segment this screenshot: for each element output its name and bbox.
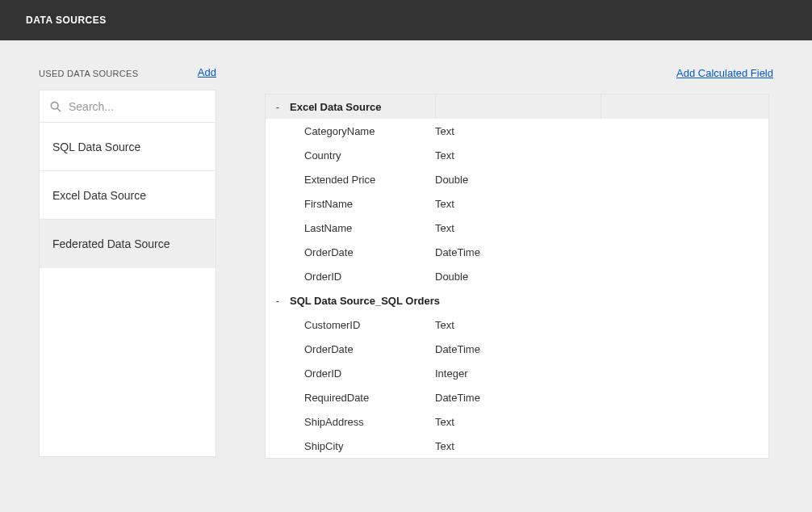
field-row[interactable]: OrderDate DateTime bbox=[266, 337, 768, 361]
field-name: CategoryName bbox=[266, 125, 435, 137]
field-row[interactable]: CustomerID Text bbox=[266, 313, 768, 337]
sidebar-panel: SQL Data Source Excel Data Source Federa… bbox=[39, 90, 216, 457]
add-data-source-link[interactable]: Add bbox=[198, 66, 216, 78]
main-toolbar: Add Calculated Field bbox=[265, 66, 773, 79]
search-row bbox=[40, 90, 216, 123]
field-name: OrderID bbox=[266, 271, 435, 283]
field-name: Extended Price bbox=[266, 174, 435, 186]
app-header: DATA SOURCES bbox=[0, 0, 812, 40]
field-group-header: - Excel Data Source bbox=[266, 94, 768, 119]
collapse-toggle[interactable]: - bbox=[266, 101, 290, 113]
field-type: Text bbox=[435, 198, 601, 210]
field-type: Text bbox=[435, 416, 601, 428]
sidebar-item-federated-data-source[interactable]: Federated Data Source bbox=[40, 220, 216, 268]
sidebar-item-sql-data-source[interactable]: SQL Data Source bbox=[40, 123, 216, 171]
field-row[interactable]: RequiredDate DateTime bbox=[266, 385, 768, 409]
field-name: Country bbox=[266, 149, 435, 162]
field-type: Double bbox=[435, 271, 601, 283]
field-type: Text bbox=[435, 125, 601, 137]
field-row[interactable]: OrderID Double bbox=[266, 264, 768, 288]
field-name: RequiredDate bbox=[266, 392, 435, 404]
sidebar-item-label: Federated Data Source bbox=[52, 237, 170, 250]
svg-point-0 bbox=[51, 102, 58, 109]
collapse-toggle[interactable]: - bbox=[266, 295, 290, 307]
field-name: OrderDate bbox=[266, 246, 435, 258]
sidebar: USED DATA SOURCES Add SQL Data Source Ex… bbox=[39, 66, 216, 459]
sidebar-item-label: SQL Data Source bbox=[52, 141, 140, 153]
field-row[interactable]: OrderDate DateTime bbox=[266, 240, 768, 264]
field-row[interactable]: CategoryName Text bbox=[266, 119, 768, 143]
main-area: Add Calculated Field - Excel Data Source… bbox=[265, 66, 773, 459]
field-type: Text bbox=[435, 319, 601, 331]
field-type: DateTime bbox=[435, 392, 601, 404]
field-row[interactable]: ShipAddress Text bbox=[266, 409, 768, 434]
search-icon bbox=[49, 100, 62, 113]
field-type: Integer bbox=[435, 367, 601, 380]
field-type: DateTime bbox=[435, 343, 601, 355]
field-row[interactable]: OrderID Integer bbox=[266, 361, 768, 385]
field-name: ShipAddress bbox=[266, 416, 435, 428]
field-name: OrderDate bbox=[266, 343, 435, 355]
field-name: LastName bbox=[266, 222, 435, 234]
field-type: Text bbox=[435, 222, 601, 234]
group-header-spacer bbox=[601, 94, 768, 119]
field-type: Text bbox=[435, 149, 601, 162]
sidebar-title: USED DATA SOURCES bbox=[39, 69, 138, 78]
field-row[interactable]: Extended Price Double bbox=[266, 167, 768, 191]
field-type: Double bbox=[435, 174, 601, 186]
field-group-label: Excel Data Source bbox=[290, 101, 435, 113]
field-row[interactable]: Country Text bbox=[266, 143, 768, 167]
field-row[interactable]: ShipCity Text bbox=[266, 434, 768, 458]
field-name: OrderID bbox=[266, 367, 435, 380]
add-calculated-field-link[interactable]: Add Calculated Field bbox=[676, 67, 773, 79]
field-type: Text bbox=[435, 440, 601, 452]
content-area: USED DATA SOURCES Add SQL Data Source Ex… bbox=[0, 40, 812, 486]
field-row[interactable]: LastName Text bbox=[266, 216, 768, 240]
page-title: DATA SOURCES bbox=[26, 15, 107, 26]
field-name: CustomerID bbox=[266, 319, 435, 331]
svg-line-1 bbox=[57, 108, 61, 111]
field-group-header: - SQL Data Source_SQL Orders bbox=[266, 288, 768, 313]
fields-table: - Excel Data Source CategoryName Text Co… bbox=[265, 94, 769, 459]
sidebar-item-label: Excel Data Source bbox=[52, 189, 146, 202]
group-header-spacer bbox=[435, 94, 601, 119]
field-name: ShipCity bbox=[266, 440, 435, 452]
field-row[interactable]: FirstName Text bbox=[266, 191, 768, 216]
field-name: FirstName bbox=[266, 198, 435, 210]
sidebar-header: USED DATA SOURCES Add bbox=[39, 66, 216, 78]
search-input[interactable] bbox=[69, 100, 206, 113]
sidebar-item-excel-data-source[interactable]: Excel Data Source bbox=[40, 171, 216, 220]
field-group-label: SQL Data Source_SQL Orders bbox=[290, 295, 440, 307]
field-type: DateTime bbox=[435, 246, 601, 258]
